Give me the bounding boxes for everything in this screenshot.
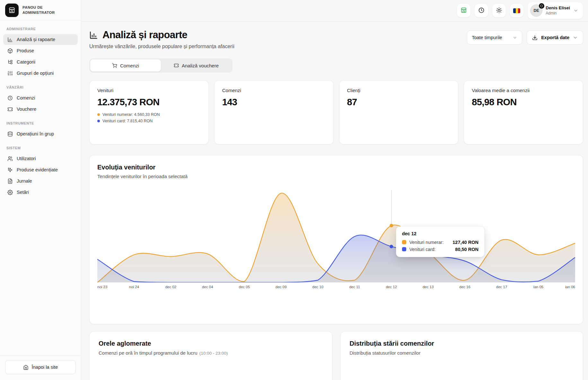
sidebar-item-label: Utilizatori xyxy=(17,156,36,161)
sidebar-item-produse[interactable]: Produse xyxy=(3,45,78,56)
legend-label: Venituri card: 7.815,40 RON xyxy=(102,119,153,123)
analytics-icon xyxy=(89,31,98,39)
stat-value: 85,98 RON xyxy=(472,97,575,108)
clock-icon xyxy=(478,7,485,14)
tab-analiza-vouchere[interactable]: Analiză vouchere xyxy=(161,59,232,72)
page-head-left: Analiză și rapoarte Urmărește vânzările,… xyxy=(89,29,234,49)
sidebar-item-label: Produse evidențiate xyxy=(17,167,58,172)
file-text-icon xyxy=(7,178,13,184)
x-axis-label: dec 05 xyxy=(239,285,250,289)
x-axis-label: dec 17 xyxy=(496,285,507,289)
package-icon xyxy=(7,48,13,54)
stat-label: Valoarea medie a comenzii xyxy=(472,88,575,93)
sidebar-item-produse-evidentiate[interactable]: Produse evidențiate xyxy=(3,164,78,175)
user-menu[interactable]: DE Denis Elisei Admin xyxy=(528,2,583,19)
x-axis-label: dec 10 xyxy=(312,285,324,289)
sidebar-item-vouchere[interactable]: Vouchere xyxy=(3,104,78,115)
user-name: Denis Elisei xyxy=(546,5,570,11)
chevron-down-icon xyxy=(573,8,578,13)
revenue-chart-plot[interactable]: dec 12 Venituri numerar: 127,40 RON Veni… xyxy=(97,189,575,282)
sidebar-item-jurnale[interactable]: Jurnale xyxy=(3,176,78,186)
stat-label: Clienți xyxy=(347,88,451,93)
user-meta: Denis Elisei Admin xyxy=(546,5,570,16)
main-area: DE Denis Elisei Admin Analiză și rapoart… xyxy=(81,0,588,380)
x-axis-label: dec 16 xyxy=(459,285,470,289)
legend-venituri-card: Venituri card: 7.815,40 RON xyxy=(97,119,201,123)
busy-hours-subtitle: Comenzi pe oră în timpul programului de … xyxy=(99,350,323,356)
stats-grid: Venituri 12.375,73 RON Venituri numerar:… xyxy=(89,80,583,144)
cart-icon xyxy=(112,63,117,68)
sidebar-item-label: Comenzi xyxy=(17,95,35,100)
tooltip-row-card: Venituri card: 80,50 RON xyxy=(402,247,478,252)
stat-value: 12.375,73 RON xyxy=(97,97,201,108)
busy-hours-title: Orele aglomerate xyxy=(99,340,323,347)
page-subtitle: Urmărește vânzările, produsele populare … xyxy=(89,44,234,49)
sidebar-item-label: Vouchere xyxy=(17,107,36,112)
stat-label: Venituri xyxy=(97,88,201,93)
sliders-icon xyxy=(7,70,13,76)
page-head: Analiză și rapoarte Urmărește vânzările,… xyxy=(89,29,583,49)
app-logo-icon xyxy=(5,4,19,17)
stat-label: Comenzi xyxy=(222,88,326,93)
tab-label: Comenzi xyxy=(120,63,139,68)
period-select[interactable]: Toate timpurile xyxy=(467,30,522,45)
busy-hours-subtitle-text: Comenzi pe oră în timpul programului de … xyxy=(99,350,197,356)
brand-name: PANOU DE ADMINISTRATOR xyxy=(22,5,55,15)
x-axis-label: dec 02 xyxy=(165,285,177,289)
sidebar-item-label: Grupuri de opțiuni xyxy=(17,71,54,76)
orange-dot-icon xyxy=(402,240,406,244)
tooltip-value: 80,50 RON xyxy=(449,247,478,252)
content: Analiză și rapoarte Urmărește vânzările,… xyxy=(81,22,588,380)
order-status-title: Distribuția stării comenzilor xyxy=(350,340,574,347)
bottom-grid: Orele aglomerate Comenzi pe oră în timpu… xyxy=(89,331,583,380)
tab-comenzi[interactable]: Comenzi xyxy=(90,59,161,72)
chevron-down-icon xyxy=(573,35,578,40)
sidebar-item-utilizatori[interactable]: Utilizatori xyxy=(3,153,78,164)
legend-venituri-numerar: Venituri numerar: 4.560,33 RON xyxy=(97,112,201,117)
revenue-chart-subtitle: Tendințele veniturilor în perioada selec… xyxy=(97,174,575,179)
back-to-site-label: Înapoi la site xyxy=(32,365,58,370)
brand: PANOU DE ADMINISTRATOR xyxy=(0,0,81,21)
theme-toggle-button[interactable] xyxy=(492,4,506,17)
admin-badge-icon xyxy=(539,3,544,9)
sidebar-item-setari[interactable]: Setări xyxy=(3,187,78,198)
brand-line1: PANOU DE xyxy=(22,5,55,10)
x-axis-label: noi 24 xyxy=(129,285,139,289)
sidebar-item-label: Categorii xyxy=(17,59,35,65)
stat-value: 87 xyxy=(347,97,451,108)
users-icon xyxy=(7,156,13,161)
sidebar-item-comenzi[interactable]: Comenzi xyxy=(3,92,78,103)
x-axis-labels: noi 23noi 24dec 02dec 04dec 05dec 09dec … xyxy=(97,285,575,292)
history-button[interactable] xyxy=(475,4,488,17)
sidebar-footer: Înapoi la site xyxy=(0,355,81,380)
language-button[interactable] xyxy=(510,4,523,17)
sidebar-item-label: Jurnale xyxy=(17,178,32,184)
stat-card-valoare-medie: Valoarea medie a comenzii 85,98 RON xyxy=(464,80,583,144)
stat-value: 143 xyxy=(222,97,326,108)
export-button[interactable]: Exportă date xyxy=(527,30,583,45)
revenue-chart-title: Evoluția veniturilor xyxy=(97,164,575,171)
topbar: DE Denis Elisei Admin xyxy=(81,0,588,22)
sidebar-item-analiza-rapoarte[interactable]: Analiză și rapoarte xyxy=(3,34,78,45)
section-instrumente: INSTRUMENTE xyxy=(0,115,81,128)
busy-hours-card: Orele aglomerate Comenzi pe oră în timpu… xyxy=(89,331,332,380)
sidebar-item-label: Setări xyxy=(17,190,29,195)
store-button[interactable] xyxy=(457,4,470,17)
chart-tooltip: dec 12 Venituri numerar: 127,40 RON Veni… xyxy=(396,226,485,257)
sidebar: PANOU DE ADMINISTRATOR ADMINISTRARE Anal… xyxy=(0,0,81,380)
revenue-chart[interactable] xyxy=(97,189,575,282)
x-axis-label: dec 13 xyxy=(423,285,434,289)
sidebar-item-grupuri-optiuni[interactable]: Grupuri de opțiuni xyxy=(3,68,78,79)
tooltip-date: dec 12 xyxy=(402,231,478,236)
chevron-down-icon xyxy=(513,35,517,40)
revenue-chart-card: Evoluția veniturilor Tendințele venituri… xyxy=(89,155,583,324)
page-head-controls: Toate timpurile Exportă date xyxy=(467,30,583,45)
sidebar-item-operatiuni-grup[interactable]: Operațiuni în grup xyxy=(3,128,78,139)
blue-dot-icon xyxy=(97,120,100,122)
sidebar-item-label: Analiză și rapoarte xyxy=(17,37,55,42)
sidebar-item-categorii[interactable]: Categorii xyxy=(3,56,78,67)
export-label: Exportă date xyxy=(541,35,569,40)
period-select-value: Toate timpurile xyxy=(472,35,502,40)
tab-label: Analiză vouchere xyxy=(182,63,219,68)
back-to-site-button[interactable]: Înapoi la site xyxy=(5,360,76,374)
